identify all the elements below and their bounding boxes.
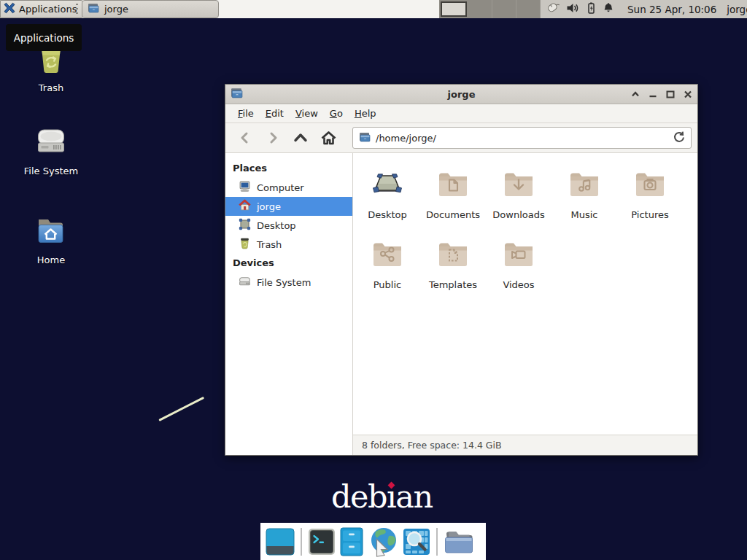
app-finder-icon[interactable]	[403, 528, 430, 556]
drive-small-icon	[239, 275, 251, 289]
folder-item-pictures[interactable]: Pictures	[617, 163, 683, 233]
workspace-3[interactable]	[492, 0, 516, 18]
show-desktop-icon[interactable]	[266, 528, 295, 556]
wallpaper-swoosh-line	[158, 397, 204, 421]
back-button[interactable]	[233, 126, 258, 149]
mouse-icon[interactable]	[546, 1, 560, 17]
applications-tooltip-text: Applications	[14, 32, 74, 44]
web-browser-globe-icon[interactable]	[368, 526, 398, 557]
debian-logo-text: an	[395, 480, 432, 514]
folder-dock-icon[interactable]	[444, 528, 476, 556]
folder-item-label: Downloads	[492, 209, 544, 220]
folder-view: Desktop Documents Downloads Music	[353, 153, 697, 455]
dock	[260, 523, 486, 560]
workspace-switcher[interactable]	[439, 0, 541, 18]
sidebar-item-file-system[interactable]: File System	[225, 273, 352, 292]
menu-view[interactable]: View	[290, 106, 323, 121]
desktop-icon-label: File System	[24, 166, 78, 176]
workspace-1[interactable]	[441, 1, 467, 17]
sidebar-item-label: Trash	[257, 239, 282, 250]
minimize-button[interactable]	[648, 90, 657, 99]
taskbar-drag-handle[interactable]	[76, 4, 78, 15]
folder-item-videos[interactable]: Videos	[486, 233, 551, 303]
folder-item-label: Desktop	[368, 209, 407, 220]
debian-logo-text: deb	[331, 480, 387, 514]
folder-item-label: Music	[571, 209, 598, 220]
taskbar-window-label: jorge	[104, 4, 128, 15]
folder-item-downloads[interactable]: Downloads	[486, 163, 551, 233]
menu-go[interactable]: Go	[325, 106, 348, 121]
public-folder-icon	[370, 236, 405, 274]
home-icon	[239, 199, 251, 214]
documents-folder-icon	[436, 166, 471, 204]
notifications-bell-icon[interactable]	[603, 2, 614, 17]
dock-separator	[301, 528, 302, 556]
folder-item-templates[interactable]: Templates	[420, 233, 486, 303]
up-button[interactable]	[288, 126, 313, 149]
sidebar-item-computer[interactable]: Computer	[225, 178, 352, 197]
desktop-icon-file-system[interactable]: File System	[16, 124, 86, 176]
applications-menu-button[interactable]: Applications	[0, 0, 84, 18]
folder-item-music[interactable]: Music	[551, 163, 617, 233]
folder-item-label: Templates	[429, 279, 477, 290]
hard-drive-icon	[34, 124, 69, 162]
volume-icon[interactable]	[566, 2, 580, 17]
desktop-workspace-icon	[239, 218, 251, 233]
location-path[interactable]: /home/jorge/	[376, 133, 667, 144]
folder-window-icon	[88, 3, 99, 15]
top-panel: Applications jorge Sun 25 Apr, 10:06 jor…	[0, 0, 747, 18]
folder-item-label: Public	[374, 279, 401, 290]
home-button[interactable]	[316, 126, 341, 149]
terminal-icon[interactable]	[308, 528, 336, 556]
videos-folder-icon	[501, 236, 536, 274]
desktop-trapezoid-icon	[370, 166, 405, 204]
music-folder-icon	[567, 166, 602, 204]
menu-file[interactable]: File	[233, 106, 259, 121]
sidebar-item-desktop[interactable]: Desktop	[225, 216, 352, 235]
applications-tooltip: Applications	[6, 24, 82, 51]
file-manager-window: jorge File Edit View Go Help /home/jorge…	[225, 84, 698, 456]
system-tray: Sun 25 Apr, 10:06 jorge	[546, 0, 747, 18]
close-button[interactable]	[683, 90, 692, 99]
taskbar-window-button[interactable]: jorge	[82, 0, 219, 18]
sidebar-item-jorge[interactable]: jorge	[225, 197, 352, 216]
sidebar-item-trash[interactable]: Trash	[225, 235, 352, 254]
panel-clock[interactable]: Sun 25 Apr, 10:06	[627, 4, 716, 15]
workspace-2[interactable]	[468, 0, 492, 18]
computer-icon	[239, 180, 251, 195]
forward-button[interactable]	[260, 126, 285, 149]
statusbar-text: 8 folders, Free space: 14.4 GiB	[362, 440, 502, 451]
menu-help[interactable]: Help	[349, 106, 382, 121]
desktop-icon-label: Trash	[39, 82, 63, 93]
desktop-icon-label: Home	[37, 254, 65, 265]
folder-item-public[interactable]: Public	[355, 233, 420, 303]
sidebar-item-label: Desktop	[257, 220, 296, 231]
applications-menu-label: Applications	[19, 4, 77, 15]
trash-small-icon	[239, 237, 251, 252]
folder-item-documents[interactable]: Documents	[420, 163, 486, 233]
templates-folder-icon	[436, 236, 471, 274]
downloads-folder-icon	[501, 166, 536, 204]
folder-item-desktop[interactable]: Desktop	[355, 163, 420, 233]
file-cabinet-icon[interactable]	[340, 527, 363, 556]
window-title: jorge	[225, 89, 697, 100]
maximize-button[interactable]	[665, 90, 675, 99]
workspace-4[interactable]	[516, 0, 541, 18]
menubar: File Edit View Go Help	[225, 104, 697, 123]
debian-logo-i: ı	[387, 480, 395, 514]
menu-edit[interactable]: Edit	[260, 106, 289, 121]
desktop: Applications jorge Sun 25 Apr, 10:06 jor…	[0, 0, 747, 560]
reload-icon[interactable]	[673, 131, 685, 146]
sidebar-item-label: jorge	[257, 201, 281, 212]
battery-icon[interactable]	[586, 2, 597, 17]
window-titlebar[interactable]: jorge	[225, 85, 697, 104]
desktop-icon-home[interactable]: Home	[16, 213, 86, 265]
sidebar-devices-header: Devices	[225, 254, 352, 273]
pictures-folder-icon	[632, 166, 667, 204]
panel-username[interactable]: jorge	[727, 4, 747, 15]
location-bar[interactable]: /home/jorge/	[352, 127, 692, 149]
folder-item-label: Documents	[426, 209, 480, 220]
window-body: Places Computer jorge Desktop Trash	[225, 153, 697, 455]
sidebar-item-label: Computer	[257, 182, 304, 193]
shade-button[interactable]	[630, 90, 640, 99]
